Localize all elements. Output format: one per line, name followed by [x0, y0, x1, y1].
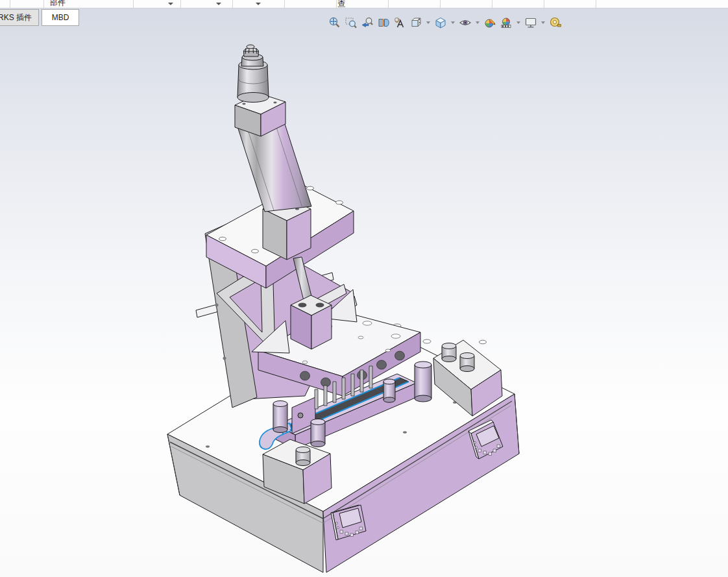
cylinder-tube[interactable]	[237, 122, 311, 212]
chevron-down-icon[interactable]	[256, 3, 261, 5]
tab-solidworks-addins[interactable]: ORKS 插件	[0, 9, 39, 26]
previous-view-icon[interactable]	[360, 16, 374, 30]
view-settings-icon[interactable]	[524, 16, 538, 30]
command-manager-strip: 部件 查	[0, 0, 728, 8]
graphics-viewport[interactable]	[0, 8, 728, 577]
solidworks-window: { "menubar": { "component_label": "部件", …	[0, 0, 728, 577]
tab-mbd[interactable]: MBD	[42, 9, 79, 26]
menu-item-component[interactable]: 部件	[50, 0, 66, 8]
chevron-down-icon[interactable]	[216, 3, 221, 5]
hide-show-items-dropdown[interactable]	[474, 16, 481, 30]
apply-scene-dropdown[interactable]	[515, 16, 522, 30]
view-orientation-icon[interactable]	[409, 16, 423, 30]
chevron-down-icon[interactable]	[168, 3, 173, 5]
apply-scene-icon[interactable]	[499, 16, 513, 30]
hide-show-items-icon[interactable]	[458, 16, 472, 30]
zoom-to-area-icon[interactable]	[344, 16, 358, 30]
palm-button[interactable]	[460, 353, 474, 372]
palm-button[interactable]	[296, 447, 310, 466]
heads-up-view-toolbar	[328, 16, 564, 30]
dynamic-annotation-views-icon[interactable]	[393, 16, 407, 30]
air-cylinder[interactable]	[237, 45, 269, 103]
menu-item-view[interactable]: 查	[337, 0, 345, 8]
zoom-to-fit-icon[interactable]	[328, 16, 342, 30]
adjustment-knob[interactable]	[244, 45, 259, 56]
edit-appearance-icon[interactable]	[483, 16, 497, 30]
display-style-dropdown[interactable]	[450, 16, 456, 30]
view-settings-dropdown[interactable]	[540, 16, 546, 30]
section-view-icon[interactable]	[376, 16, 391, 30]
display-style-icon[interactable]	[433, 16, 448, 30]
assembly-model[interactable]	[0, 8, 728, 577]
rod-coupler[interactable]	[291, 295, 332, 349]
palm-button[interactable]	[442, 343, 456, 362]
measure-icon[interactable]	[548, 16, 563, 30]
view-orientation-dropdown[interactable]	[425, 16, 431, 30]
